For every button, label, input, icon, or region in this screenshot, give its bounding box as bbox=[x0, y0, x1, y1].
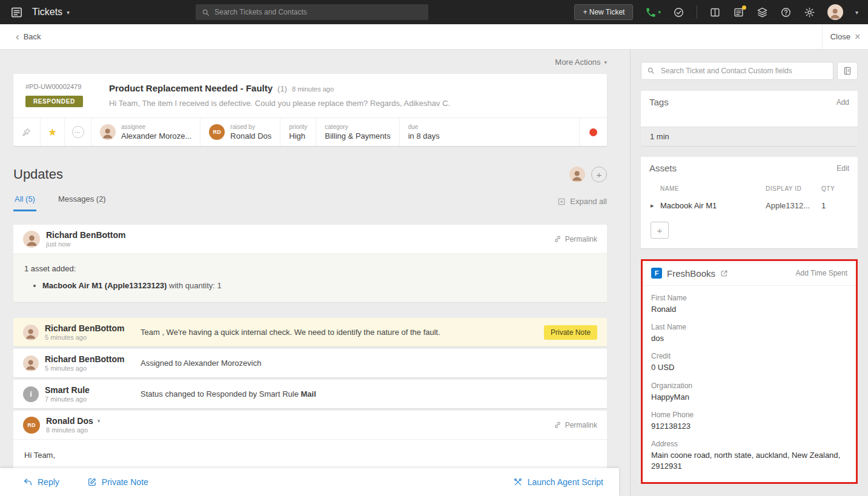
composer-bar: Reply Private Note Launch Agent Script bbox=[0, 468, 619, 496]
phone-chevron-icon: ▾ bbox=[658, 9, 661, 15]
user-avatar[interactable] bbox=[827, 4, 843, 20]
assets-card: Assets Edit NAME DISPLAY ID QTY ▸ Macboo… bbox=[641, 157, 858, 248]
reply-icon bbox=[23, 477, 33, 487]
todo-check-icon[interactable] bbox=[673, 7, 684, 18]
asset-row[interactable]: ▸ Macbook Air M1 Apple1312... 1 bbox=[641, 196, 858, 217]
custom-fields-search-input[interactable] bbox=[641, 62, 833, 80]
app-root: Tickets ▾ + New Ticket ▾ ▾ ‹ Back bbox=[0, 0, 868, 496]
row-caret-icon[interactable]: ▸ bbox=[651, 202, 660, 210]
assignee-label: assignee bbox=[121, 124, 191, 130]
chevron-down-icon[interactable]: ▾ bbox=[98, 418, 101, 424]
right-sidebar: Tags Add 1 min Assets Edit NAME DISPLAY … bbox=[630, 50, 868, 496]
star-button[interactable]: ★ bbox=[40, 118, 64, 146]
due-field[interactable]: due in 8 days bbox=[399, 118, 579, 146]
red-dot-icon bbox=[589, 128, 597, 136]
contact-fields-button[interactable] bbox=[837, 62, 858, 80]
status-indicator bbox=[579, 118, 607, 146]
custom-fields-search[interactable] bbox=[641, 62, 833, 80]
new-ticket-button[interactable]: + New Ticket bbox=[574, 4, 633, 20]
ticket-main: More Actions ▾ #PD-UW00002479 RESPONDED … bbox=[0, 50, 630, 496]
permalink-link[interactable]: Permalink bbox=[554, 421, 597, 429]
permalink-link[interactable]: Permalink bbox=[554, 235, 597, 243]
update-row-smart-rule[interactable]: i Smart Rule 7 minutes ago Status change… bbox=[13, 380, 607, 408]
category-field[interactable]: category Billing & Payments bbox=[316, 118, 399, 146]
private-note-button[interactable]: Private Note bbox=[87, 477, 148, 487]
link-icon bbox=[554, 235, 562, 243]
field-last-name: Last Name dos bbox=[651, 323, 847, 344]
add-time-spent-button[interactable]: Add Time Spent bbox=[796, 269, 847, 277]
priority-field[interactable]: priority High bbox=[280, 118, 316, 146]
assignee-field[interactable]: assignee Alexander Moroze... bbox=[91, 118, 200, 146]
app-switcher-icon[interactable] bbox=[757, 7, 768, 18]
close-button[interactable]: Close × bbox=[822, 24, 868, 49]
status-badge: RESPONDED bbox=[25, 96, 83, 107]
update-row-assigned[interactable]: Richard BenBottom 5 minutes ago Assigned… bbox=[13, 349, 607, 377]
external-link-icon[interactable] bbox=[720, 269, 728, 277]
col-name: NAME bbox=[660, 185, 766, 192]
back-label: Back bbox=[24, 32, 41, 41]
raised-by-field[interactable]: RD raised by Ronald Dos bbox=[200, 118, 280, 146]
field-organization: Organization HappyMan bbox=[651, 382, 847, 403]
update-row-private-note[interactable]: Richard BenBottom 5 minutes ago Team , W… bbox=[13, 318, 607, 346]
info-icon: i bbox=[23, 386, 39, 402]
add-watcher-button[interactable]: + bbox=[591, 167, 607, 182]
private-note-badge: Private Note bbox=[544, 325, 597, 340]
asset-name: Macbook Air M1 bbox=[660, 201, 766, 210]
field-credit: Credit 0 USD bbox=[651, 352, 847, 373]
ticket-preview: Hi Team, The item I received is defectiv… bbox=[109, 99, 595, 108]
back-button[interactable]: ‹ Back bbox=[16, 31, 41, 42]
tickets-menu[interactable]: Tickets ▾ bbox=[32, 7, 70, 18]
back-chevron-icon: ‹ bbox=[16, 31, 19, 42]
asset-display-id: Apple1312... bbox=[766, 201, 821, 210]
update-time: just now bbox=[46, 240, 125, 248]
global-search[interactable] bbox=[196, 4, 428, 20]
launch-agent-script-button[interactable]: Launch Agent Script bbox=[513, 477, 603, 487]
ticket-id: #PD-UW00002479 bbox=[25, 83, 91, 90]
assets-table-header: NAME DISPLAY ID QTY bbox=[641, 179, 858, 196]
phone-icon[interactable]: ▾ bbox=[645, 7, 661, 18]
ticket-properties-row: ★ ⋯ assignee Alexander Moroze... RD rais… bbox=[13, 117, 607, 146]
col-display-id: DISPLAY ID bbox=[766, 185, 821, 192]
watcher-avatar[interactable] bbox=[569, 167, 585, 182]
close-icon: × bbox=[855, 31, 860, 42]
address-book-icon bbox=[843, 66, 852, 76]
assets-title: Assets bbox=[649, 163, 677, 173]
tags-card: Tags Add 1 min bbox=[641, 91, 858, 146]
highlight-annotation: F FreshBooks Add Time Spent First Name R… bbox=[641, 259, 858, 484]
profile-chevron-icon[interactable]: ▾ bbox=[855, 9, 858, 16]
pin-button[interactable] bbox=[13, 118, 40, 146]
updates-feed: Richard BenBottom just now Permalink 1 a… bbox=[13, 225, 607, 496]
help-icon[interactable] bbox=[780, 7, 792, 18]
tab-all[interactable]: All (5) bbox=[13, 191, 36, 211]
tab-messages[interactable]: Messages (2) bbox=[57, 191, 107, 211]
expand-all-button[interactable]: Expand all bbox=[557, 197, 607, 206]
global-search-input[interactable] bbox=[214, 8, 422, 16]
note-icon bbox=[87, 477, 97, 487]
app-logo-icon[interactable] bbox=[10, 5, 24, 19]
author-avatar: RD bbox=[23, 417, 40, 434]
updates-tabs: All (5) Messages (2) Expand all bbox=[13, 191, 607, 211]
raised-by-value: Ronald Dos bbox=[230, 131, 271, 141]
announcements-icon[interactable] bbox=[733, 7, 744, 18]
add-tag-button[interactable]: Add bbox=[837, 98, 849, 107]
update-text: Team , We're having a quick internal che… bbox=[141, 328, 544, 337]
assignee-value: Alexander Moroze... bbox=[121, 131, 191, 141]
star-icon: ★ bbox=[48, 126, 57, 139]
priority-value: High bbox=[289, 131, 305, 141]
add-asset-button[interactable]: + bbox=[651, 222, 669, 239]
category-value: Billing & Payments bbox=[325, 131, 390, 141]
thread-count: (1) bbox=[277, 84, 287, 93]
edit-assets-button[interactable]: Edit bbox=[837, 164, 849, 173]
boards-icon[interactable] bbox=[709, 7, 721, 18]
reply-button[interactable]: Reply bbox=[23, 477, 59, 487]
author-name: Richard BenBottom bbox=[46, 230, 125, 240]
more-actions-button[interactable]: More Actions ▾ bbox=[555, 58, 607, 67]
asset-qty: 1 bbox=[821, 201, 849, 210]
chevron-down-icon: ▾ bbox=[604, 59, 607, 65]
raised-by-label: raised by bbox=[230, 124, 271, 130]
link-icon bbox=[554, 421, 562, 429]
settings-icon[interactable] bbox=[804, 7, 815, 18]
update-text: Assigned to Alexander Morozevich bbox=[141, 359, 597, 368]
search-icon bbox=[202, 8, 210, 16]
more-options-button[interactable]: ⋯ bbox=[64, 118, 91, 146]
